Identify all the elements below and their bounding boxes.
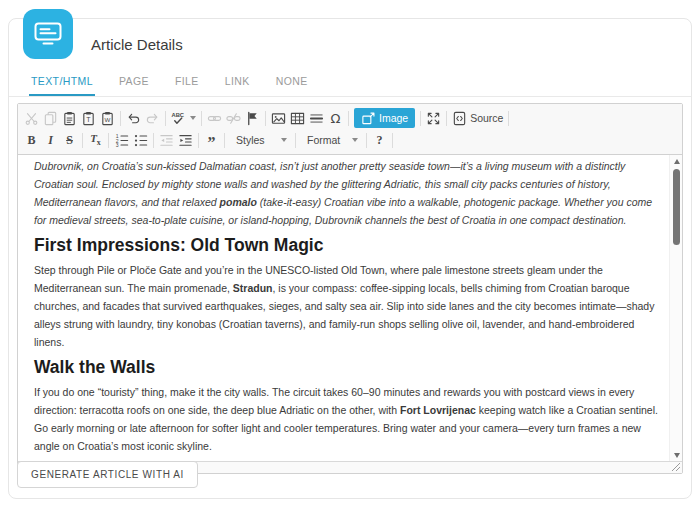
toolbar-bold-button[interactable]: B <box>22 130 41 150</box>
scrollbar-thumb[interactable] <box>673 169 680 245</box>
toolbar-separator <box>392 133 393 148</box>
toolbar-horizontal-rule-button[interactable] <box>307 108 326 128</box>
toolbar-separator <box>153 133 154 148</box>
scroll-up-icon[interactable] <box>670 155 683 167</box>
chevron-down-icon <box>352 138 358 142</box>
toolbar-image-upload-label: Image <box>379 112 408 124</box>
toolbar-numbered-list-button[interactable]: 123 <box>112 130 131 150</box>
toolbar-separator <box>165 111 166 126</box>
tab-page[interactable]: PAGE <box>117 75 151 96</box>
svg-text:3: 3 <box>116 142 119 148</box>
toolbar-cut-button <box>22 108 41 128</box>
article-paragraph: Dubrovnik, on Croatia’s sun-kissed Dalma… <box>34 157 663 229</box>
toolbar-blockquote-button[interactable]: ” <box>202 130 221 150</box>
svg-text:W: W <box>105 116 111 123</box>
toolbar-insert-table-button[interactable] <box>288 108 307 128</box>
chevron-down-icon <box>281 138 287 142</box>
toolbar-source-label: Source <box>470 112 503 124</box>
toolbar-paste-text-button[interactable]: T <box>79 108 98 128</box>
toolbar-separator <box>295 133 296 148</box>
article-details-card: Article Details TEXT/HTML PAGE FILE LINK… <box>8 18 692 499</box>
toolbar-link-button <box>205 108 224 128</box>
toolbar-special-character-button[interactable]: Ω <box>326 108 345 128</box>
toolbar-paste-from-word-button[interactable]: W <box>98 108 117 128</box>
toolbar-separator <box>366 133 367 148</box>
toolbar-undo-button[interactable] <box>124 108 143 128</box>
generate-article-button[interactable]: GENERATE ARTICLE WITH AI <box>17 461 198 488</box>
toolbar-image-upload-button[interactable]: Image <box>354 108 415 128</box>
toolbar-copy-button <box>41 108 60 128</box>
toolbar-spell-check-button[interactable]: ABC <box>169 108 198 128</box>
editor-body: Dubrovnik, on Croatia’s sun-kissed Dalma… <box>18 155 682 461</box>
toolbar-separator <box>120 111 121 126</box>
richtext-editor: TWABCΩImageSource BISTx123”StylesFormat?… <box>17 103 683 474</box>
toolbar-paste-button[interactable] <box>60 108 79 128</box>
tab-none[interactable]: NONE <box>274 75 310 96</box>
toolbar-row-2: BISTx123”StylesFormat? <box>22 129 678 151</box>
card-header: Article Details <box>9 19 691 67</box>
toolbar-row-1: TWABCΩImageSource <box>22 107 678 129</box>
toolbar-insert-image-button[interactable] <box>269 108 288 128</box>
toolbar-separator <box>201 111 202 126</box>
svg-text:ABC: ABC <box>171 112 184 118</box>
toolbar-strikethrough-button[interactable]: S <box>60 130 79 150</box>
article-paragraph: Step through Pile or Ploče Gate and you’… <box>34 261 663 351</box>
toolbar-format-button[interactable]: Format <box>299 130 363 150</box>
svg-text:T: T <box>86 116 91 123</box>
tab-link[interactable]: LINK <box>223 75 252 96</box>
toolbar-indent-button[interactable] <box>176 130 195 150</box>
toolbar-separator <box>265 111 266 126</box>
article-paragraph: If you do one “touristy” thing, make it … <box>34 383 663 455</box>
article-icon <box>23 9 73 59</box>
toolbar-separator <box>224 133 225 148</box>
article-heading: Walk the Walls <box>34 357 663 378</box>
toolbar-separator <box>508 111 509 126</box>
toolbar-italic-button[interactable]: I <box>41 130 60 150</box>
toolbar-separator <box>82 133 83 148</box>
toolbar-anchor-button[interactable] <box>243 108 262 128</box>
editor-content[interactable]: Dubrovnik, on Croatia’s sun-kissed Dalma… <box>18 155 669 461</box>
toolbar-separator <box>446 111 447 126</box>
toolbar-redo-button <box>143 108 162 128</box>
toolbar-outdent-button <box>157 130 176 150</box>
toolbar-about-button[interactable]: ? <box>370 130 389 150</box>
tab-text-html[interactable]: TEXT/HTML <box>29 75 95 96</box>
toolbar-unlink-button <box>224 108 243 128</box>
tab-bar: TEXT/HTML PAGE FILE LINK NONE <box>9 67 691 97</box>
toolbar-separator <box>108 133 109 148</box>
toolbar-separator <box>348 111 349 126</box>
toolbar-format-label: Format <box>307 134 340 146</box>
toolbar-source-button[interactable]: Source <box>450 108 505 128</box>
article-heading: First Impressions: Old Town Magic <box>34 235 663 256</box>
toolbar-separator <box>198 133 199 148</box>
toolbar-remove-format-button[interactable]: Tx <box>86 130 105 150</box>
scroll-down-icon[interactable] <box>670 449 683 461</box>
chevron-down-icon <box>190 116 196 120</box>
toolbar-separator <box>420 111 421 126</box>
editor-toolbar: TWABCΩImageSource BISTx123”StylesFormat? <box>18 104 682 155</box>
page-title: Article Details <box>91 19 183 71</box>
resize-handle-icon[interactable] <box>671 462 681 472</box>
toolbar-styles-label: Styles <box>236 134 265 146</box>
editor-scrollbar[interactable] <box>669 155 682 461</box>
tab-file[interactable]: FILE <box>173 75 201 96</box>
toolbar-styles-button[interactable]: Styles <box>228 130 292 150</box>
toolbar-maximize-button[interactable] <box>424 108 443 128</box>
toolbar-bulleted-list-button[interactable] <box>131 130 150 150</box>
